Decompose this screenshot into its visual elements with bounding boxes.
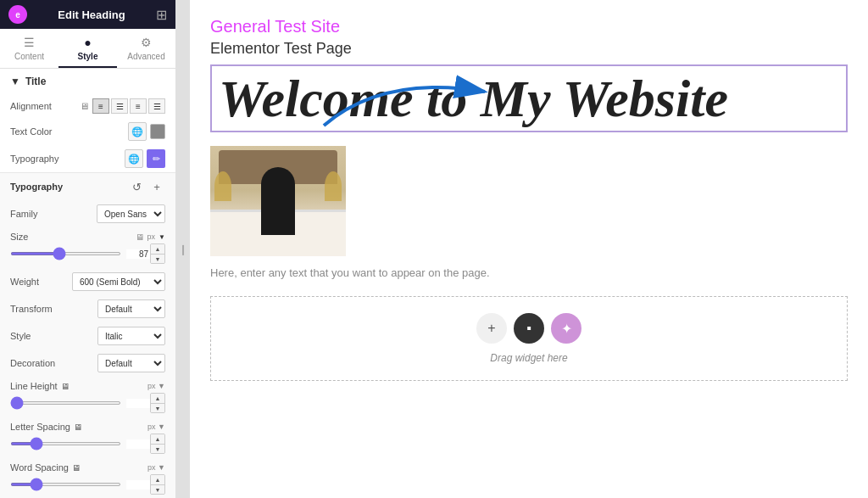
weight-label: Weight: [10, 277, 39, 287]
word-spacing-label: Word Spacing 🖥: [10, 462, 81, 473]
drop-zone[interactable]: + ▪ ✦ Drag widget here: [210, 296, 848, 381]
align-left-btn[interactable]: ≡: [92, 98, 109, 114]
left-panel: e Edit Heading ⊞ ☰ Content ● Style ⚙ Adv…: [0, 0, 176, 498]
monitor-icon-ws: 🖥: [72, 463, 81, 473]
typography-label: Typography: [10, 154, 58, 164]
ws-unit-label: px ▼: [147, 463, 165, 472]
decoration-label: Decoration: [10, 358, 55, 368]
line-height-row: Line Height 🖥 px ▼ ▲ ▼: [0, 377, 175, 417]
sub-panel-title: Typography: [10, 182, 63, 192]
lh-unit-label: px ▼: [147, 382, 165, 390]
title-section-header[interactable]: ▼ Title: [0, 69, 175, 94]
size-label: Size: [10, 232, 28, 242]
alignment-row: Alignment 🖥 ≡ ☰ ≡ ☰: [0, 94, 175, 118]
decoration-row: Decoration Default: [0, 350, 175, 377]
site-title: General Test Site: [210, 17, 848, 36]
main-heading: Welcome to My Website: [219, 70, 839, 127]
word-spacing-input[interactable]: [126, 480, 150, 490]
tab-advanced-label: Advanced: [127, 52, 164, 61]
panel-content: ▼ Title Alignment 🖥 ≡ ☰ ≡ ☰ Text Color 🌐: [0, 69, 175, 498]
tab-content[interactable]: ☰ Content: [0, 29, 58, 68]
panel-tabs: ☰ Content ● Style ⚙ Advanced: [0, 29, 175, 69]
lh-down-btn[interactable]: ▼: [151, 403, 164, 412]
letter-spacing-row: Letter Spacing 🖥 px ▼ ▲ ▼: [0, 417, 175, 458]
folder-widget-btn[interactable]: ▪: [514, 313, 544, 344]
decoration-select[interactable]: Default: [97, 354, 165, 372]
transform-select[interactable]: Default: [97, 299, 165, 318]
monitor-icon-align: 🖥: [80, 101, 89, 111]
page-title: Elementor Test Page: [210, 40, 848, 58]
ls-unit-label: px ▼: [147, 422, 165, 431]
color-globe-icon[interactable]: 🌐: [128, 122, 147, 141]
description-text: Here, enter any text that you want to ap…: [210, 266, 848, 279]
line-height-label: Line Height 🖥: [10, 381, 70, 391]
resize-handle[interactable]: ❙: [176, 0, 190, 498]
lh-up-btn[interactable]: ▲: [151, 394, 164, 403]
size-slider[interactable]: [10, 252, 121, 255]
align-justify-btn[interactable]: ☰: [148, 98, 165, 114]
line-height-slider[interactable]: [10, 401, 121, 405]
family-controls: Open Sans: [97, 204, 165, 223]
typography-row: Typography 🌐 ✏: [0, 145, 175, 172]
typography-sub-panel: Typography ↺ + Family Open Sans Size: [0, 172, 175, 498]
letter-spacing-slider[interactable]: [10, 442, 121, 445]
typography-add-btn[interactable]: +: [148, 178, 165, 195]
monitor-icon-ls: 🖥: [74, 422, 82, 432]
weight-select[interactable]: 600 (Semi Bold): [72, 272, 165, 291]
ws-spinner: ▲ ▼: [150, 474, 165, 495]
drop-zone-icons: + ▪ ✦: [476, 313, 581, 344]
ls-down-btn[interactable]: ▼: [151, 444, 164, 453]
tab-content-label: Content: [14, 52, 44, 61]
star-widget-btn[interactable]: ✦: [551, 313, 581, 344]
main-heading-wrapper[interactable]: Welcome to My Website: [210, 64, 848, 132]
tab-style-label: Style: [78, 52, 98, 61]
alignment-label: Alignment: [10, 101, 52, 111]
panel-title: Edit Heading: [27, 8, 156, 21]
text-color-controls: 🌐: [128, 122, 165, 141]
tab-advanced[interactable]: ⚙ Advanced: [117, 29, 175, 68]
transform-row: Transform Default: [0, 295, 175, 322]
text-color-row: Text Color 🌐: [0, 118, 175, 145]
style-tab-icon: ●: [84, 36, 91, 49]
sub-panel-actions: ↺ +: [128, 178, 165, 195]
drop-zone-text: Drag widget here: [490, 352, 567, 364]
size-row: Size 🖥 px ▼ ▲ ▼: [0, 227, 175, 268]
style-select[interactable]: Italic: [97, 327, 165, 345]
ls-spinner: ▲ ▼: [150, 434, 165, 454]
line-height-input[interactable]: [126, 399, 150, 408]
size-unit-label: px: [147, 232, 156, 241]
ls-up-btn[interactable]: ▲: [151, 434, 164, 444]
color-swatch[interactable]: [150, 124, 165, 139]
sub-panel-header: Typography ↺ +: [0, 173, 175, 200]
tab-style[interactable]: ● Style: [58, 29, 117, 68]
right-content: General Test Site Elementor Test Page We…: [190, 0, 868, 498]
lh-spinner: ▲ ▼: [150, 393, 165, 413]
size-down-btn[interactable]: ▼: [151, 254, 164, 263]
add-widget-btn[interactable]: +: [476, 313, 507, 344]
letter-spacing-input[interactable]: [126, 439, 150, 449]
align-center-btn[interactable]: ☰: [111, 98, 128, 114]
size-up-btn[interactable]: ▲: [151, 244, 164, 254]
weight-row: Weight 600 (Semi Bold): [0, 268, 175, 295]
title-section-label: Title: [25, 76, 46, 87]
size-unit-dropdown-icon: ▼: [159, 233, 165, 241]
family-select[interactable]: Open Sans: [97, 204, 165, 223]
panel-header: e Edit Heading ⊞: [0, 0, 175, 29]
resize-icon: ❙: [179, 243, 187, 255]
align-right-btn[interactable]: ≡: [130, 98, 147, 114]
text-color-label: Text Color: [10, 126, 53, 137]
typography-controls: 🌐 ✏: [125, 149, 165, 168]
grid-icon[interactable]: ⊞: [156, 7, 167, 23]
typography-globe-icon[interactable]: 🌐: [125, 149, 143, 168]
style-row: Style Italic: [0, 322, 175, 350]
style-label: Style: [10, 331, 31, 341]
size-input[interactable]: [126, 249, 150, 259]
typography-edit-btn[interactable]: ✏: [147, 149, 165, 168]
letter-spacing-label: Letter Spacing 🖥: [10, 422, 82, 432]
monitor-icon-lh: 🖥: [61, 382, 70, 391]
word-spacing-slider[interactable]: [10, 483, 121, 486]
typography-reset-btn[interactable]: ↺: [128, 178, 145, 195]
transform-label: Transform: [10, 304, 53, 314]
ws-down-btn[interactable]: ▼: [151, 484, 164, 494]
ws-up-btn[interactable]: ▲: [151, 475, 164, 484]
